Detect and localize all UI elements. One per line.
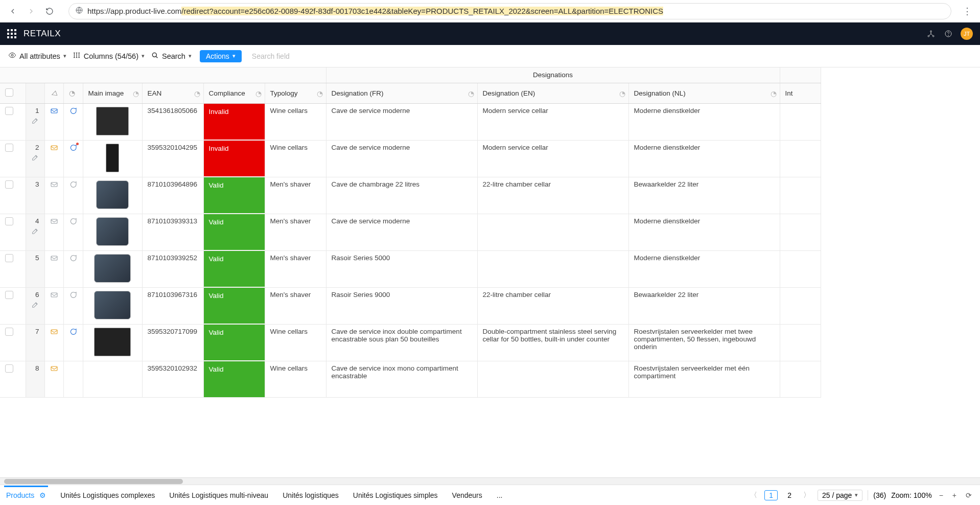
cell-compliance[interactable]: Valid [203, 177, 265, 214]
cell-ean[interactable]: 8710103939252 [142, 250, 203, 287]
cell-compliance[interactable]: Valid [203, 250, 265, 287]
tab-ul-simples[interactable]: Unités Logistiques simples [353, 491, 438, 499]
table-row[interactable]: 83595320102932ValidWine cellarsCave de s… [0, 361, 821, 397]
cell-ean[interactable]: 8710103964896 [142, 177, 203, 214]
cell-designation-en[interactable] [477, 361, 628, 397]
share-icon[interactable] [926, 29, 936, 39]
tab-ul-complexes[interactable]: Unités Logistiques complexes [60, 491, 155, 499]
cell-typology[interactable]: Wine cellars [265, 324, 326, 361]
cell-main-image[interactable] [83, 287, 142, 324]
horizontal-scrollbar[interactable] [0, 477, 980, 485]
cell-compliance[interactable]: Invalid [203, 103, 265, 140]
cell-compliance[interactable]: Valid [203, 287, 265, 324]
help-icon[interactable] [943, 29, 953, 39]
cell-typology[interactable]: Men's shaver [265, 250, 326, 287]
browser-back-button[interactable] [5, 4, 20, 19]
cell-designation-fr[interactable]: Rasoir Series 5000 [326, 250, 477, 287]
cell-designation-nl[interactable]: Moderne dienstkelder [628, 214, 780, 250]
cell-intro[interactable] [780, 177, 821, 214]
cell-typology[interactable]: Wine cellars [265, 140, 326, 177]
row-checkbox[interactable] [0, 287, 26, 324]
cell-main-image[interactable] [83, 140, 142, 177]
message-icon[interactable] [69, 254, 77, 264]
cell-ean[interactable]: 3595320102932 [142, 361, 203, 397]
browser-menu-button[interactable]: ⋮ [960, 6, 975, 17]
gear-icon[interactable]: ⚙ [37, 491, 46, 499]
cell-intro[interactable] [780, 324, 821, 361]
search-field-input[interactable] [252, 52, 344, 60]
cell-intro[interactable] [780, 103, 821, 140]
row-checkbox[interactable] [0, 324, 26, 361]
col-compliance[interactable]: Compliance◔ [203, 83, 265, 103]
message-icon[interactable] [69, 144, 77, 153]
tab-products[interactable]: Products ⚙ [6, 491, 46, 499]
mail-icon[interactable] [50, 291, 58, 301]
cell-intro[interactable] [780, 287, 821, 324]
zoom-in-button[interactable]: + [950, 491, 959, 499]
browser-forward-button[interactable] [24, 4, 39, 19]
user-avatar[interactable]: JT [961, 28, 973, 40]
cell-designation-fr[interactable]: Cave de service moderne [326, 214, 477, 250]
message-icon[interactable] [69, 217, 77, 227]
message-icon[interactable] [69, 180, 77, 190]
cell-typology[interactable]: Men's shaver [265, 214, 326, 250]
search-dropdown[interactable]: Search ▾ [151, 51, 192, 61]
table-row[interactable]: 23595320104295InvalidWine cellarsCave de… [0, 140, 821, 177]
cell-compliance[interactable]: Valid [203, 214, 265, 250]
cell-typology[interactable]: Wine cellars [265, 103, 326, 140]
cell-designation-fr[interactable]: Cave de service moderne [326, 140, 477, 177]
mail-icon[interactable] [50, 254, 58, 264]
cell-ean[interactable]: 8710103939313 [142, 214, 203, 250]
cell-main-image[interactable] [83, 324, 142, 361]
cell-designation-fr[interactable]: Rasoir Series 9000 [326, 287, 477, 324]
cell-designation-en[interactable] [477, 214, 628, 250]
cell-ean[interactable]: 3541361805066 [142, 103, 203, 140]
all-attributes-dropdown[interactable]: All attributes ▾ [8, 51, 66, 61]
cell-ean[interactable]: 3595320717099 [142, 324, 203, 361]
cell-main-image[interactable] [83, 361, 142, 397]
message-icon[interactable] [69, 328, 77, 337]
cell-designation-fr[interactable]: Cave de service moderne [326, 103, 477, 140]
cell-designation-nl[interactable]: Moderne dienstkelder [628, 140, 780, 177]
page-size-select[interactable]: 25 / page▾ [818, 490, 862, 501]
mail-icon[interactable] [50, 144, 58, 153]
col-designation-fr[interactable]: Designation (FR)◔ [326, 83, 477, 103]
cell-designation-nl[interactable]: Moderne dienstkelder [628, 250, 780, 287]
col-designation-nl[interactable]: Designation (NL)◔ [628, 83, 780, 103]
mail-icon[interactable] [50, 180, 58, 190]
cell-designation-en[interactable]: 22-litre chamber cellar [477, 177, 628, 214]
cell-intro[interactable] [780, 214, 821, 250]
mail-icon[interactable] [50, 328, 58, 337]
cell-designation-fr[interactable]: Cave de service inox mono compartiment e… [326, 361, 477, 397]
table-row[interactable]: 13541361805066InvalidWine cellarsCave de… [0, 103, 821, 140]
mail-icon[interactable] [50, 107, 58, 117]
zoom-out-button[interactable]: − [937, 491, 945, 499]
browser-url-bar[interactable]: https://app.product-live.com/redirect?ac… [68, 3, 951, 19]
data-table[interactable]: Designations ◁ ◔ Main image◔ EAN◔ Compli… [0, 67, 980, 485]
cell-designation-en[interactable]: Modern service cellar [477, 140, 628, 177]
cell-intro[interactable] [780, 250, 821, 287]
col-typology[interactable]: Typology◔ [265, 83, 326, 103]
tab-ul-multi[interactable]: Unités Logistiques multi-niveau [169, 491, 268, 499]
cell-designation-en[interactable]: Modern service cellar [477, 103, 628, 140]
cell-typology[interactable]: Men's shaver [265, 177, 326, 214]
table-row[interactable]: 38710103964896ValidMen's shaverCave de c… [0, 177, 821, 214]
cell-typology[interactable]: Men's shaver [265, 287, 326, 324]
row-checkbox[interactable] [0, 250, 26, 287]
table-row[interactable]: 48710103939313ValidMen's shaverCave de s… [0, 214, 821, 250]
col-designation-en[interactable]: Designation (EN)◔ [477, 83, 628, 103]
cell-typology[interactable]: Wine cellars [265, 361, 326, 397]
message-icon[interactable] [69, 107, 77, 117]
table-row[interactable]: 68710103967316ValidMen's shaverRasoir Se… [0, 287, 821, 324]
page-prev-button[interactable]: 〈 [748, 491, 759, 500]
row-checkbox[interactable] [0, 103, 26, 140]
col-introduction[interactable]: Int [780, 83, 821, 103]
row-checkbox[interactable] [0, 361, 26, 397]
page-1[interactable]: 1 [764, 490, 778, 500]
cell-main-image[interactable] [83, 103, 142, 140]
page-2[interactable]: 2 [783, 490, 796, 500]
cell-compliance[interactable]: Valid [203, 324, 265, 361]
cell-designation-en[interactable] [477, 250, 628, 287]
cell-designation-fr[interactable]: Cave de service inox double compartiment… [326, 324, 477, 361]
actions-button[interactable]: Actions ▾ [200, 50, 242, 62]
